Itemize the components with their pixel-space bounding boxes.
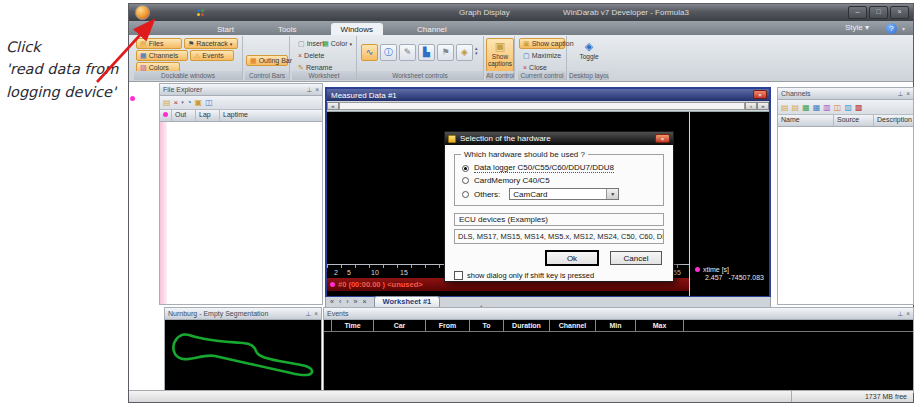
shift-key-checkbox-row[interactable]: show dialog only if shift key is pressed xyxy=(454,271,664,280)
close-icon[interactable]: × xyxy=(314,310,318,317)
tab-close-icon[interactable]: × xyxy=(361,297,369,307)
column-car[interactable]: Car xyxy=(374,320,426,331)
lap-marker-icon xyxy=(330,282,335,287)
tab-nav-first-icon[interactable]: « xyxy=(328,297,336,307)
toggle-button[interactable]: ◈ Toggle xyxy=(575,38,603,72)
tab-windows[interactable]: Windows xyxy=(331,23,383,35)
files-toggle-button[interactable]: ▤Files xyxy=(136,38,182,49)
radio-icon[interactable] xyxy=(462,191,469,198)
scroll-start-icon[interactable]: « xyxy=(327,102,339,110)
radio-data-logger[interactable]: Data logger C50/C55/C60/DDU7/DDU8 xyxy=(462,163,656,173)
tab-start[interactable]: Start xyxy=(207,23,244,35)
graph-scrollbar[interactable]: « › » xyxy=(327,101,769,112)
close-button[interactable]: × xyxy=(890,6,909,19)
dropdown-icon[interactable]: ▾ xyxy=(181,98,184,107)
channels-toggle-button[interactable]: ▦Channels xyxy=(136,50,188,61)
radio-card-memory[interactable]: CardMemory C40/C5 xyxy=(462,176,656,185)
radio-icon[interactable] xyxy=(462,177,469,184)
flag-tile[interactable]: ⚑ xyxy=(437,44,454,61)
column-out[interactable]: Out xyxy=(172,110,196,121)
close-icon[interactable]: × xyxy=(753,90,767,99)
file-list-body[interactable] xyxy=(160,122,322,304)
tab-channel[interactable]: Channel xyxy=(407,23,457,35)
color-dropdown-button[interactable]: ▦Color▾ xyxy=(318,38,356,49)
oscilloscope-tile[interactable]: ∿ xyxy=(361,44,378,61)
tab-nav-next-icon[interactable]: › xyxy=(344,297,350,307)
radio-icon[interactable] xyxy=(462,165,469,172)
outing-bar-button[interactable]: ▦Outing Bar xyxy=(246,55,288,66)
delete-button[interactable]: ×Delete xyxy=(294,50,356,61)
column-to[interactable]: To xyxy=(470,320,504,331)
column-description[interactable]: Description xyxy=(874,115,913,126)
pin-icon[interactable]: ⊥ xyxy=(306,310,312,318)
clock-icon[interactable]: ◔ xyxy=(187,98,192,107)
tile-scroller[interactable]: ▴ ▾ xyxy=(475,44,478,61)
racetrack-toggle-button[interactable]: ⚑Racetrack▾ xyxy=(184,38,238,49)
close-icon[interactable]: × xyxy=(315,86,319,93)
channels-list-body[interactable] xyxy=(778,127,913,304)
close-icon[interactable]: × xyxy=(655,134,670,143)
column-lap[interactable]: Lap xyxy=(196,110,220,121)
scroll-right-icon[interactable]: › xyxy=(745,102,757,110)
cursor-value: 2.457 xyxy=(705,274,723,281)
column-min[interactable]: Min xyxy=(596,320,636,331)
combobox-arrow-icon[interactable]: ▼ xyxy=(606,189,618,199)
dense-grid-icon[interactable]: ▩ xyxy=(855,103,863,112)
picture-icon[interactable]: ▣ xyxy=(195,98,203,107)
app-menu-button[interactable] xyxy=(135,5,150,20)
hardware-combobox[interactable]: CamCard ▼ xyxy=(509,188,619,200)
tab-tools[interactable]: Tools xyxy=(268,23,307,35)
signature-tile[interactable]: ✎ xyxy=(399,44,416,61)
cancel-button[interactable]: Cancel xyxy=(610,251,662,265)
split-view-icon[interactable]: ◫ xyxy=(834,103,842,112)
barchart-tile[interactable]: ▙ xyxy=(418,44,435,61)
dialog-titlebar[interactable]: Selection of the hardware × xyxy=(445,132,673,145)
restore-button[interactable]: □ xyxy=(869,6,888,19)
radio-others[interactable]: Others: CamCard ▼ xyxy=(462,188,656,200)
show-captions-button[interactable]: ▣ Showcaptions xyxy=(486,38,514,72)
checkbox-icon[interactable] xyxy=(454,271,463,280)
pin-icon[interactable]: ⊥ xyxy=(898,90,904,98)
worksheet-tab[interactable]: Worksheet #1 xyxy=(374,296,441,307)
help-icon[interactable]: ? xyxy=(886,23,897,34)
measured-data-titlebar[interactable]: Measured Data #1 × xyxy=(327,89,769,101)
panel-title: Events xyxy=(327,310,348,317)
delete-file-icon[interactable]: × xyxy=(174,98,179,107)
column-source[interactable]: Source xyxy=(834,115,874,126)
folder-icon[interactable]: ▤ xyxy=(792,103,800,112)
pin-icon[interactable]: ⊥ xyxy=(307,86,313,94)
pin-icon[interactable]: ⊥ xyxy=(898,310,904,318)
events-table-body[interactable] xyxy=(324,332,913,392)
scrollbar-track[interactable] xyxy=(339,102,745,110)
column-time[interactable]: Time xyxy=(332,320,374,331)
help-dropdown-icon[interactable]: ▾ xyxy=(902,25,905,32)
minimize-button[interactable]: – xyxy=(848,6,867,19)
close-icon[interactable]: × xyxy=(906,310,910,317)
hatch-icon[interactable]: ▨ xyxy=(844,103,852,112)
column-name[interactable]: Name xyxy=(778,115,834,126)
track-map[interactable] xyxy=(165,320,321,397)
maximize-control-button[interactable]: ▢Maximize xyxy=(519,50,566,61)
ok-button[interactable]: Ok xyxy=(546,251,598,265)
column-laptime[interactable]: Laptime xyxy=(220,110,322,121)
channel-grid-icon[interactable]: ▦ xyxy=(802,103,810,112)
window-layout-icon[interactable]: ◫ xyxy=(205,98,213,107)
column-duration[interactable]: Duration xyxy=(504,320,550,331)
tab-nav-last-icon[interactable]: » xyxy=(352,297,360,307)
scroll-down-icon[interactable]: ▾ xyxy=(475,51,478,56)
tab-nav-prev-icon[interactable]: ‹ xyxy=(337,297,343,307)
folder-icon[interactable]: ▤ xyxy=(781,103,789,112)
channel-rows-icon[interactable]: ▥ xyxy=(823,103,831,112)
column-from[interactable]: From xyxy=(426,320,470,331)
column-max[interactable]: Max xyxy=(636,320,684,331)
close-icon[interactable]: × xyxy=(906,90,910,97)
show-caption-button[interactable]: ▣Show caption xyxy=(519,38,565,49)
events-toggle-button[interactable]: ⚠Events xyxy=(190,50,234,61)
style-menu[interactable]: Style ▾ xyxy=(845,23,869,32)
column-channel[interactable]: Channel xyxy=(550,320,596,331)
diamond-tile[interactable]: ◈ xyxy=(456,44,473,61)
channel-grid-icon[interactable]: ▦ xyxy=(813,103,821,112)
info-tile[interactable]: ⓘ xyxy=(380,44,397,61)
scroll-end-icon[interactable]: » xyxy=(757,102,769,110)
open-folder-icon[interactable]: ▤ xyxy=(163,98,171,107)
